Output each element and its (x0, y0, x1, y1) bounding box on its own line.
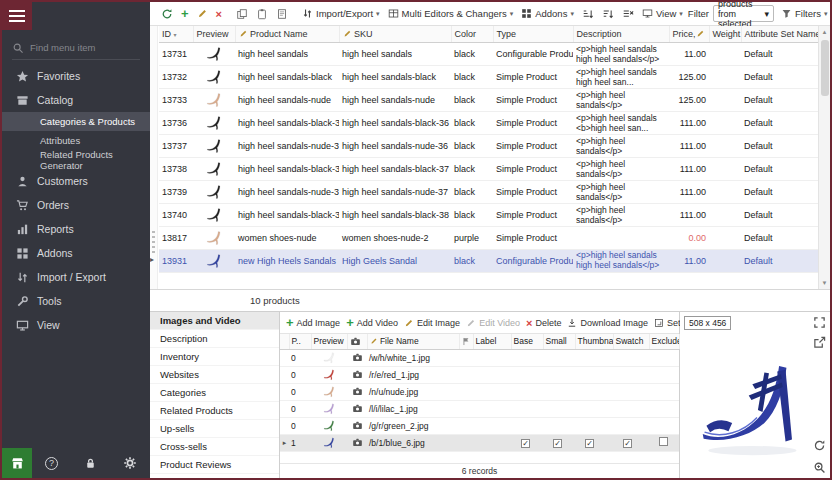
swatch-checkbox[interactable]: ✓ (623, 439, 632, 448)
add-video-button[interactable]: +Add Video (344, 316, 400, 330)
tab-cross-sells[interactable]: Cross-sells (150, 438, 279, 456)
add-product-button[interactable]: + (178, 7, 192, 21)
product-row[interactable]: 13732 high heel sandals-black high heel … (159, 65, 819, 88)
products-scrollbar[interactable]: ▲ ▼ (818, 26, 830, 289)
base-checkbox[interactable]: ✓ (521, 439, 530, 448)
col-header-description[interactable]: Description (573, 26, 669, 42)
tab-related-products[interactable]: Related Products (150, 402, 279, 420)
product-row[interactable]: 13740 high heel sandals-black-38 high he… (159, 203, 819, 226)
col-header-base[interactable]: Base (511, 334, 543, 349)
tab-up-sells[interactable]: Up-sells (150, 420, 279, 438)
col-header-attribute-set[interactable]: Attribute Set Name (741, 26, 819, 42)
sidebar-item-attributes[interactable]: Attributes (2, 131, 150, 150)
hamburger-menu-icon[interactable] (2, 2, 32, 30)
col-header-image-preview[interactable]: Preview (311, 334, 347, 349)
sidebar-item-categories-products[interactable]: Categories & Products (2, 112, 150, 131)
multi-editors-menu[interactable]: Multi Editors & Changers▾ (385, 6, 517, 21)
col-header-camera[interactable] (347, 334, 367, 349)
edit-image-button[interactable]: Edit Image (402, 316, 462, 330)
view-menu[interactable]: View▾ (639, 6, 686, 21)
col-header-swatch[interactable]: Swatch (613, 334, 649, 349)
add-image-button[interactable]: +Add Image (284, 316, 342, 330)
tab-inventory[interactable]: Inventory (150, 348, 279, 366)
col-header-product-name[interactable]: Product Name (235, 26, 339, 42)
sidebar-item-addons[interactable]: Addons (2, 241, 150, 265)
scrollbar-thumb[interactable] (821, 40, 829, 96)
col-header-flag[interactable] (459, 334, 473, 349)
product-row[interactable]: 13738 high heel sandals-black-37 high he… (159, 157, 819, 180)
col-header-price[interactable]: Price, (669, 26, 709, 42)
filters-button[interactable]: Filters▾ (778, 6, 830, 21)
addons-menu[interactable]: Addons▾ (518, 6, 577, 21)
product-row[interactable]: 13737 high heel sandals-nude-36 high hee… (159, 134, 819, 157)
col-header-small[interactable]: Small (543, 334, 575, 349)
scroll-down-icon[interactable]: ▼ (822, 277, 828, 289)
image-row[interactable]: 0 /g/r/green_2.jpg (280, 417, 679, 434)
paste-button[interactable] (253, 6, 271, 22)
product-photo[interactable] (688, 326, 826, 474)
tab-product-reviews[interactable]: Product Reviews (150, 456, 279, 474)
scroll-up-icon[interactable]: ▲ (822, 26, 828, 38)
delete-image-button[interactable]: ×Delete (524, 316, 563, 330)
help-button[interactable]: ? (45, 457, 58, 470)
product-row[interactable]: 13739 high heel sandals-nude-37 high hee… (159, 180, 819, 203)
sidebar-item-customers[interactable]: Customers (2, 169, 150, 193)
sidebar-item-orders[interactable]: Orders (2, 193, 150, 217)
splitter-handle[interactable] (152, 231, 155, 253)
category-filter-select[interactable]: Show products from selected categories ▾ (713, 5, 774, 22)
clear-sort-button[interactable] (619, 6, 637, 22)
delete-product-button[interactable]: × (213, 7, 225, 21)
image-row[interactable]: 0 /n/u/nude.jpg (280, 383, 679, 400)
col-header-label[interactable]: Label (473, 334, 511, 349)
col-header-exclude[interactable]: Exclude (649, 334, 679, 349)
product-row[interactable]: 13931 new High Heels Sandals High Geels … (159, 249, 819, 272)
document-button[interactable] (273, 6, 291, 22)
col-header-type[interactable]: Type (493, 26, 573, 42)
tab-websites[interactable]: Websites (150, 366, 279, 384)
image-row[interactable]: 0 /r/e/red_1.jpg (280, 366, 679, 383)
sidebar-item-view[interactable]: View (2, 313, 150, 337)
store-button[interactable] (2, 448, 32, 478)
tab-description[interactable]: Description (150, 330, 279, 348)
sidebar-item-reports[interactable]: Reports (2, 217, 150, 241)
refresh-button[interactable] (158, 6, 176, 22)
sidebar-item-tools[interactable]: Tools (2, 289, 150, 313)
col-header-color[interactable]: Color (451, 26, 493, 42)
tab-categories[interactable]: Categories (150, 384, 279, 402)
sidebar-item-import-export[interactable]: Import / Export (2, 265, 150, 289)
sidebar-item-favorites[interactable]: Favorites (2, 64, 150, 88)
small-checkbox[interactable]: ✓ (553, 439, 562, 448)
edit-video-button[interactable]: Edit Video (464, 316, 522, 330)
rotate-icon[interactable] (813, 439, 826, 452)
import-export-menu[interactable]: Import/Export▾ (299, 6, 383, 21)
tab-images-and-video[interactable]: Images and Video (150, 312, 279, 330)
col-header-preview[interactable]: Preview (193, 26, 235, 42)
col-header-file-name[interactable]: File Name (367, 334, 459, 349)
sidebar-item-related-products-generator[interactable]: Related Products Generator (2, 150, 150, 169)
product-row[interactable]: 13817 women shoes-nude women shoes-nude-… (159, 226, 819, 249)
zoom-icon[interactable] (813, 461, 826, 474)
download-image-button[interactable]: Download Image (565, 316, 650, 330)
image-row[interactable]: 0 /l/i/lilac_1.jpg (280, 400, 679, 417)
product-row[interactable]: 13731 high heel sandals high heel sandal… (159, 42, 819, 65)
col-header-thumbnail[interactable]: Thumbna (575, 334, 613, 349)
image-row[interactable]: ▸ 1 /b/1/blue_6.jpg ✓ ✓ ✓ ✓ (280, 434, 679, 451)
exclude-checkbox[interactable] (659, 437, 668, 446)
image-row[interactable]: 0 /w/h/white_1.jpg (280, 349, 679, 366)
sidebar-search-input[interactable]: Find menu item (12, 36, 140, 60)
col-header-priority[interactable]: P.. (289, 334, 311, 349)
sort-asc-button[interactable] (579, 6, 597, 22)
sort-desc-button[interactable] (599, 6, 617, 22)
product-row[interactable]: 13733 high heel sandals-nude high heel s… (159, 88, 819, 111)
col-header-sku[interactable]: SKU (339, 26, 451, 42)
cell-base (511, 417, 543, 434)
col-header-weight[interactable]: Weight (709, 26, 741, 42)
sidebar-item-catalog[interactable]: Catalog (2, 88, 150, 112)
product-row[interactable]: 13736 high heel sandals-black-36 high he… (159, 111, 819, 134)
lock-icon[interactable] (84, 457, 97, 470)
thumbnail-checkbox[interactable]: ✓ (585, 439, 594, 448)
edit-product-button[interactable] (194, 6, 211, 21)
copy-button[interactable] (233, 6, 251, 22)
col-header-id[interactable]: ID ▾ (159, 26, 193, 42)
gear-icon[interactable] (123, 456, 137, 470)
